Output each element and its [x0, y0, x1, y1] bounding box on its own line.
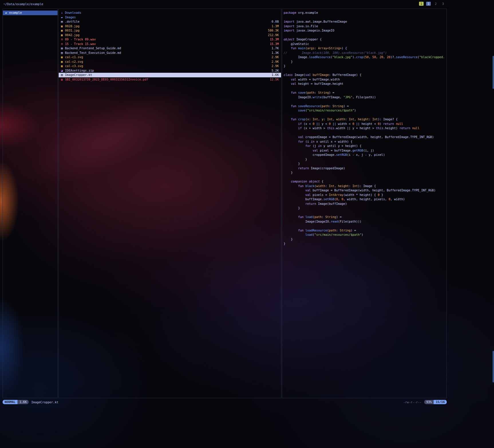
cursor-position-badge: 15/16 — [434, 400, 447, 404]
file-permissions: -rw-r--r-- — [403, 400, 421, 404]
code-line: Image(ImageIO.read(File(path))) — [284, 219, 446, 224]
image-icon: ▦ — [61, 55, 65, 60]
mode-badge: NORMAL — [3, 400, 17, 404]
file-size: 1.7K — [272, 46, 279, 51]
parent-dir-item[interactable]: ▰example — [3, 11, 58, 15]
code-line: fun crop(x: Int, y: Int, width: Int, hei… — [284, 117, 446, 122]
terminal-scrollbar[interactable] — [493, 0, 494, 448]
code-line: import javax.imageio.ImageIO — [284, 28, 446, 33]
code-line: if (x + width > this.width || y + height… — [284, 126, 446, 131]
code-line: fun black(width: Int, height: Int): Imag… — [284, 184, 446, 188]
file-row[interactable]: ∩15 - Track 15.wav15.3M — [59, 42, 281, 46]
file-row[interactable]: ▦cal-c1.svg2.9K — [59, 55, 281, 60]
file-name: 15 - Track 15.wav — [65, 42, 267, 46]
file-name: 09 - Track 09.wav — [65, 37, 267, 42]
file-row[interactable]: ▦cal-c3.svg2.9K — [59, 64, 281, 68]
file-row[interactable]: ▥SBI_0032013739_2023_DE05_0003155631Invo… — [59, 77, 281, 82]
code-line: } — [284, 237, 446, 242]
scroll-percent-badge: 93% — [424, 400, 434, 404]
code-line: import java.io.File — [284, 24, 446, 29]
image-icon: ▦ — [61, 28, 65, 33]
file-name: cal-c2.svg — [65, 60, 269, 64]
file-size: 1.3M — [272, 24, 279, 29]
code-line: return Image(croppedImage) — [284, 166, 446, 171]
file-row[interactable]: ▦cal-c2.svg2.9K — [59, 60, 281, 64]
file-row[interactable]: ▤ImageCropper.kt1.6K — [59, 73, 281, 77]
file-name: Images — [65, 15, 276, 20]
preview-pane: package org.example import java.awt.imag… — [282, 9, 447, 398]
file-row[interactable]: ▤.dotfile0.0B — [59, 19, 281, 24]
tab-3[interactable]: 2 — [433, 2, 438, 6]
scrollbar-thumb[interactable] — [493, 351, 494, 382]
code-line: fun save(path: String) = — [284, 91, 446, 95]
file-size: 12.5K — [270, 77, 279, 82]
code-line — [284, 224, 446, 228]
file-name: .dotfile — [65, 19, 269, 24]
file-row[interactable]: ▤Backend_Frontend_Setup_Guide.md1.7K — [59, 46, 281, 51]
tab-1[interactable]: 1 — [419, 2, 424, 6]
code-line: } — [284, 162, 446, 166]
file-name: 0028.jpg — [65, 24, 269, 29]
code-line — [284, 113, 446, 117]
code-line: return Image(buffImage) — [284, 202, 446, 206]
parent-dir-name: example — [9, 11, 55, 15]
code-line — [284, 86, 446, 91]
code-line: } — [284, 206, 446, 211]
file-size-badge: 1.6K — [17, 400, 29, 404]
file-name: 0031.jpg — [65, 28, 266, 33]
code-line: val pixels = IntArray(width * height) { … — [284, 193, 446, 197]
code-line: val height = buffImage.height — [284, 82, 446, 86]
code-line: // Image.black(100, 100).saveResource("b… — [284, 51, 446, 55]
file-name: Backend_Frontend_Setup_Guide.md — [65, 46, 269, 51]
tab-2[interactable]: 1 — [426, 2, 431, 6]
code-line: if (x < 0 || y < 0 || width < 0 || heigh… — [284, 122, 446, 126]
image-icon: ▦ — [61, 64, 65, 68]
tab-list: 1123 — [419, 2, 445, 6]
download-icon: ↓ — [61, 11, 65, 15]
code-line: val width = buffImage.width — [284, 77, 446, 82]
file-size: 1.3K — [272, 51, 279, 55]
file-size: 212.9K — [268, 33, 279, 38]
code-line: package org.example — [284, 11, 446, 15]
image-icon: ▦ — [61, 24, 65, 29]
file-row[interactable]: ▰Images — [59, 15, 281, 20]
code-line: val croppedImage = BufferedImage(width, … — [284, 135, 446, 139]
file-row[interactable]: ▦0042.jpg212.9K — [59, 33, 281, 38]
file-row[interactable]: ∩09 - Track 09.wav15.3M — [59, 37, 281, 42]
file-name: SBI_0032013739_2023_DE05_0003155631Invoi… — [65, 77, 267, 82]
code-line: fun loadResource(path: String) = — [284, 228, 446, 233]
code-line: save("src/main/resources/$path") — [284, 108, 446, 113]
file-name: Backend_Test_Execution_Guide.md — [65, 51, 269, 55]
code-line: buffImage.setRGB(0, 0, width, height, pi… — [284, 197, 446, 202]
file-name: 0042.jpg — [65, 33, 266, 38]
file-row[interactable]: ▤Backend_Test_Execution_Guide.md1.3K — [59, 51, 281, 55]
code-line: for (j in y until y + height) { — [284, 144, 446, 148]
file-name: IDEAsettings.zip — [65, 68, 269, 73]
file-name: Downloads — [65, 11, 276, 15]
tab-4[interactable]: 3 — [441, 2, 445, 6]
folder-icon: ▰ — [61, 15, 65, 20]
code-line: croppedImage.setRGB(i - x, j - y, pixel) — [284, 153, 446, 157]
code-line: val pixel = buffImage.getRGB(i, j) — [284, 148, 446, 153]
file-row[interactable]: ▦0028.jpg1.3M — [59, 24, 281, 29]
code-line — [284, 15, 446, 20]
pdf-icon: ▥ — [61, 77, 65, 82]
status-bar: NORMAL 1.6K ImageCropper.kt -rw-r--r-- 9… — [3, 400, 447, 404]
code-line: companion object { — [284, 179, 446, 184]
code-line — [284, 211, 446, 215]
code-line: } — [284, 241, 446, 246]
file-size: 2.9K — [272, 60, 279, 64]
file-row[interactable]: ◪IDEAsettings.zip5.2K — [59, 68, 281, 73]
file-list: ↓Downloads▰Images▤.dotfile0.0B▦0028.jpg1… — [59, 9, 281, 82]
folder-icon: ▰ — [5, 11, 9, 15]
file-size: 15.3M — [270, 42, 279, 46]
markdown-icon: ▤ — [61, 46, 65, 51]
file-row[interactable]: ▦0031.jpg586.3K — [59, 28, 281, 33]
scrollbar-thumb[interactable] — [493, 56, 494, 89]
file-row[interactable]: ↓Downloads — [59, 11, 281, 15]
code-line: Image.loadResource("black.jpg").crop(50,… — [284, 55, 446, 60]
markdown-icon: ▤ — [61, 51, 65, 55]
code-line: @JvmStatic — [284, 42, 446, 46]
kotlin-icon: ▤ — [61, 73, 65, 77]
code-line: ImageIO.write(buffImage, "JPG", File(pat… — [284, 95, 446, 100]
